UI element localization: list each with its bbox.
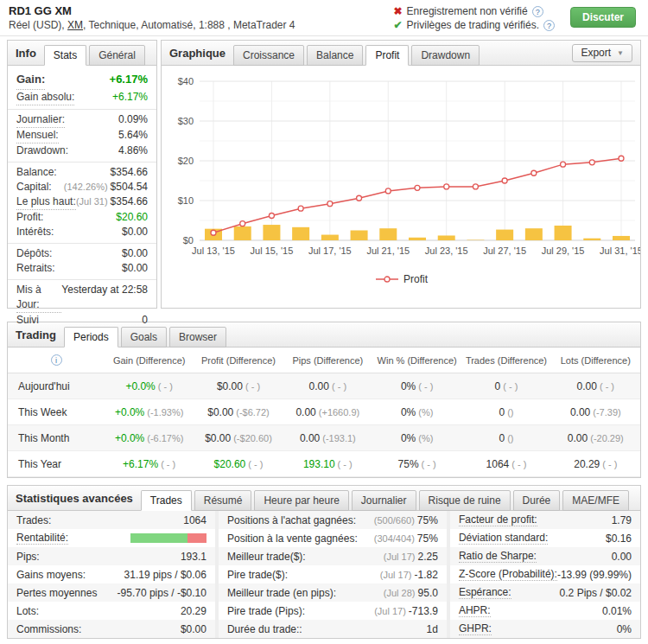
tab-dur-e[interactable]: Durée xyxy=(513,490,561,511)
daily-profit-bar[interactable] xyxy=(263,225,280,240)
account-type: Réel (USD), xyxy=(9,19,67,31)
tab-croissance[interactable]: Croissance xyxy=(233,45,304,66)
help-icon[interactable]: ? xyxy=(543,20,555,31)
tab-goals[interactable]: Goals xyxy=(121,327,167,348)
chart-panel-header: Graphique CroissanceBalanceProfitDrawdow… xyxy=(162,41,640,66)
export-button[interactable]: Export ▼ xyxy=(572,44,632,62)
daily-profit-bar[interactable] xyxy=(379,228,397,240)
stat-label: Z-Score (Probabilité): xyxy=(459,568,557,581)
daily-profit-bar[interactable] xyxy=(351,231,368,241)
cell-difference-value: ( - ) xyxy=(245,381,260,392)
info-panel-header: Info StatsGénéral xyxy=(8,41,156,66)
daily-profit-bar[interactable] xyxy=(438,235,455,240)
period-cell: 0( - ) xyxy=(461,380,550,392)
daily-profit-bar[interactable] xyxy=(234,226,251,240)
period-cell: 20.29( - ) xyxy=(551,458,640,470)
daily-profit-bar[interactable] xyxy=(525,228,543,240)
tab-balance[interactable]: Balance xyxy=(307,45,363,66)
tab-g-n-ral[interactable]: Général xyxy=(89,45,145,66)
profit-point[interactable] xyxy=(589,160,594,165)
info-row-amount: Yesterday at 22:58 xyxy=(61,284,148,296)
info-row-value: $0.00 xyxy=(122,225,148,239)
cell-main-value: +0.0% xyxy=(125,380,155,392)
daily-profit-bar[interactable] xyxy=(555,226,572,240)
profit-point[interactable] xyxy=(502,178,507,183)
tab-browser[interactable]: Browser xyxy=(169,327,226,348)
info-row-label: Suivi xyxy=(16,313,39,328)
column-header-pips-difference: Pips (Difference) xyxy=(283,355,372,366)
y-axis-tick: $0 xyxy=(183,235,194,245)
profit-point[interactable] xyxy=(327,201,333,207)
tab-periods[interactable]: Periods xyxy=(64,327,118,348)
periods-table-header: i Gain (Difference)Profit (Difference)Pi… xyxy=(8,348,640,373)
tab-drawdown[interactable]: Drawdown xyxy=(411,45,480,66)
cell-main-value: 0.00 xyxy=(300,432,320,444)
profit-point[interactable] xyxy=(385,188,391,194)
stat-prefix: (Jul 17) xyxy=(384,552,416,562)
daily-profit-bar[interactable] xyxy=(496,230,513,240)
stat-amount: 193.1 xyxy=(181,551,206,563)
period-cell: 0.00( - ) xyxy=(551,380,640,392)
profit-point[interactable] xyxy=(269,213,274,218)
cell-main-value: 20.29 xyxy=(574,458,600,470)
profit-point[interactable] xyxy=(298,206,303,211)
daily-profit-bar[interactable] xyxy=(613,236,630,240)
tab-heure-par-heure[interactable]: Heure par heure xyxy=(254,490,348,511)
profit-point[interactable] xyxy=(531,170,537,175)
period-row-this-year: This Year+6.17%( - )$20.60( - )193.10( -… xyxy=(8,451,640,477)
tab-risque-de-ruine[interactable]: Risque de ruine xyxy=(419,490,511,511)
profit-point[interactable] xyxy=(240,221,245,226)
daily-profit-bar[interactable] xyxy=(321,235,339,240)
cell-difference-value: ( - ) xyxy=(511,459,526,469)
period-cell: +0.0%(-6.17%) xyxy=(105,432,194,444)
stat-row-d-viation-standard: Déviation standard:$0.16 xyxy=(450,529,640,547)
stats-column-1: Trades:1064Rentabilité:Pips:193.1Gains m… xyxy=(8,511,215,638)
tab-journalier[interactable]: Journalier xyxy=(352,490,416,511)
daily-profit-bar[interactable] xyxy=(583,239,600,240)
profit-point[interactable] xyxy=(473,184,478,189)
tab-trades[interactable]: Trades xyxy=(141,490,192,511)
stat-value: 31.19 pips / $0.06 xyxy=(124,569,206,581)
discuss-button[interactable]: Discuter xyxy=(570,7,636,28)
stat-row-pire-trade: Pire trade($):(Jul 17)-1.82 xyxy=(219,565,447,583)
stat-row-z-score-probabilit: Z-Score (Probabilité):-13.99 (99.99%) xyxy=(450,565,640,583)
stat-label: Position à la vente gagnées: xyxy=(227,532,358,545)
info-row-gain: Gain:+6.17% xyxy=(16,70,148,90)
stat-prefix: (304/404) xyxy=(374,533,415,544)
stat-label: Meilleur trade($): xyxy=(227,551,306,563)
help-icon[interactable]: ? xyxy=(532,6,543,17)
stat-row-position-la-vente-gagn-es: Position à la vente gagnées:(304/404)75% xyxy=(219,529,447,547)
daily-profit-bar[interactable] xyxy=(409,238,426,240)
profit-point[interactable] xyxy=(415,185,420,190)
account-details: , Technique, Automatisé, 1:888 , MetaTra… xyxy=(83,19,295,31)
trading-panel-tabs: PeriodsGoalsBrowser xyxy=(64,327,229,347)
profit-point[interactable] xyxy=(561,162,566,167)
info-row-mis-jour: Mis à Jour:Yesterday at 22:58 xyxy=(16,283,148,313)
info-row-label: Mensuel: xyxy=(16,128,59,143)
profit-point[interactable] xyxy=(211,230,216,235)
daily-profit-bar[interactable] xyxy=(292,227,309,240)
cell-difference-value: (-193.1) xyxy=(322,433,356,443)
tab-mae-mfe[interactable]: MAE/MFE xyxy=(562,490,629,511)
info-icon[interactable]: i xyxy=(51,354,62,366)
tab-stats[interactable]: Stats xyxy=(44,45,86,66)
stats-column-3: Facteur de profit:1.79Déviation standard… xyxy=(450,511,640,638)
x-axis-tick: Jul 17, '15 xyxy=(308,245,352,256)
tab-r-sum[interactable]: Résumé xyxy=(194,490,252,511)
profit-chart[interactable]: $0$10$20$30$40Jul 13, '15Jul 15, '15Jul … xyxy=(163,69,640,267)
stat-row-pertes-moyennes: Pertes moyennes-95.70 pips / -$0.10 xyxy=(8,583,215,602)
tab-profit[interactable]: Profit xyxy=(365,45,409,66)
stat-amount: 0.01% xyxy=(602,605,632,617)
period-cell: 0.00(-193.1) xyxy=(283,432,372,444)
profit-point[interactable] xyxy=(619,156,624,161)
profit-point[interactable] xyxy=(444,184,449,189)
cell-difference-value: () xyxy=(507,407,513,418)
profit-point[interactable] xyxy=(357,195,362,201)
y-axis-tick: $40 xyxy=(178,76,194,86)
broker-link[interactable]: XM xyxy=(67,19,83,31)
stat-row-facteur-de-profit: Facteur de profit:1.79 xyxy=(450,511,640,529)
cell-main-value: 0.00 xyxy=(295,406,315,418)
stat-label: Ratio de Sharpe: xyxy=(459,550,537,563)
info-row-label: Journalier: xyxy=(16,112,65,128)
advanced-stats-header: Statistiques avancées TradesRésuméHeure … xyxy=(8,486,640,511)
